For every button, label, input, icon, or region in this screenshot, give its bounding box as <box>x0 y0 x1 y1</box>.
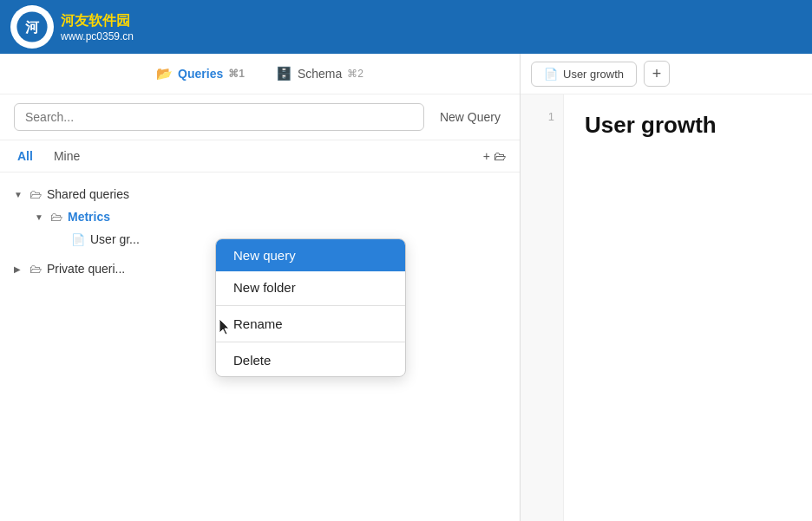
watermark-url: www.pc0359.cn <box>61 30 134 42</box>
context-menu-rename[interactable]: Rename <box>216 308 405 340</box>
queries-shortcut: ⌘1 <box>228 68 245 80</box>
tab-bar: 📂 Queries ⌘1 🗄️ Schema ⌘2 <box>0 54 520 94</box>
line-numbers: 1 <box>521 94 564 521</box>
user-growth-label: User gr... <box>90 232 140 246</box>
new-query-button[interactable]: New Query <box>435 107 506 127</box>
watermark-text: 河友软件园 www.pc0359.cn <box>61 12 134 42</box>
line-number-1: 1 <box>521 108 563 126</box>
metrics-label: Metrics <box>68 210 110 224</box>
context-menu-new-folder[interactable]: New folder <box>216 271 405 303</box>
context-menu-new-query[interactable]: New query <box>216 239 405 271</box>
queries-folder-icon: 📂 <box>156 66 173 81</box>
tab-queries[interactable]: 📂 Queries ⌘1 <box>149 62 252 85</box>
context-menu-divider <box>216 305 405 306</box>
metrics-arrow: ▼ <box>35 212 45 222</box>
add-folder-button[interactable]: + 🗁 <box>483 149 506 163</box>
context-menu: New query New folder Rename Delete <box>215 238 406 377</box>
schema-shortcut: ⌘2 <box>347 68 363 80</box>
private-queries-arrow: ▶ <box>14 264 24 274</box>
right-tab-user-growth[interactable]: 📄 User growth <box>531 62 637 87</box>
private-queries-folder-icon: 🗁 <box>29 262 42 276</box>
svg-text:河: 河 <box>25 20 40 35</box>
metrics-node[interactable]: ▼ 🗁 Metrics <box>0 205 520 228</box>
app-container: 📂 Queries ⌘1 🗄️ Schema ⌘2 New Query All … <box>0 54 812 521</box>
tab-schema-label: Schema <box>298 67 342 81</box>
shared-queries-node[interactable]: ▼ 🗁 Shared queries <box>0 183 520 205</box>
right-tab-doc-icon: 📄 <box>544 68 558 81</box>
right-tab-bar: 📄 User growth + <box>521 54 812 94</box>
right-tab-label: User growth <box>563 68 624 81</box>
page-title: User growth <box>585 112 791 139</box>
add-tab-button[interactable]: + <box>644 61 670 87</box>
watermark-bar: 河 河友软件园 www.pc0359.cn <box>0 0 812 54</box>
tab-queries-label: Queries <box>178 67 223 81</box>
shared-queries-label: Shared queries <box>47 187 129 201</box>
schema-icon: 🗄️ <box>276 66 292 81</box>
shared-queries-folder-icon: 🗁 <box>29 187 42 201</box>
filter-mine-button[interactable]: Mine <box>50 147 83 165</box>
right-panel: 📄 User growth + 1 User growth <box>521 54 812 521</box>
search-input[interactable] <box>14 103 424 131</box>
right-title-area: User growth <box>564 94 812 521</box>
filter-all-button[interactable]: All <box>14 147 36 165</box>
metrics-folder-icon: 🗁 <box>50 210 62 224</box>
right-content: 1 User growth <box>521 94 812 521</box>
user-growth-doc-icon: 📄 <box>71 233 85 246</box>
watermark-logo: 河 <box>10 5 54 49</box>
add-icon: + <box>483 149 490 163</box>
folder-icon-small: 🗁 <box>494 149 506 163</box>
search-input-wrapper <box>14 103 424 131</box>
watermark-site: 河友软件园 <box>61 12 134 30</box>
tab-schema[interactable]: 🗄️ Schema ⌘2 <box>269 62 370 85</box>
filter-row: All Mine + 🗁 <box>0 140 520 173</box>
context-menu-delete[interactable]: Delete <box>216 344 405 376</box>
context-menu-divider-2 <box>216 342 405 342</box>
search-bar: New Query <box>0 94 520 140</box>
shared-queries-arrow: ▼ <box>14 190 24 199</box>
private-queries-label: Private queri... <box>47 262 125 276</box>
